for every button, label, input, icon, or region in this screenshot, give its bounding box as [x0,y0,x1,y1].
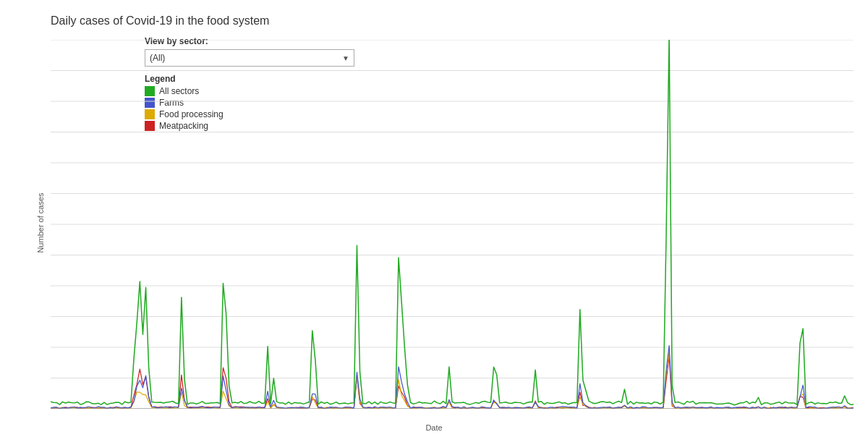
chart-container: Daily cases of Covid-19 in the food syst… [0,0,868,445]
chart-area: 0500100015002000250030003500400045005000… [51,40,854,409]
y-axis-label: Number of cases [36,192,45,253]
chart-svg: 0500100015002000250030003500400045005000… [51,40,854,409]
x-axis-label: Date [425,423,442,432]
chart-title: Daily cases of Covid-19 in the food syst… [51,14,854,27]
